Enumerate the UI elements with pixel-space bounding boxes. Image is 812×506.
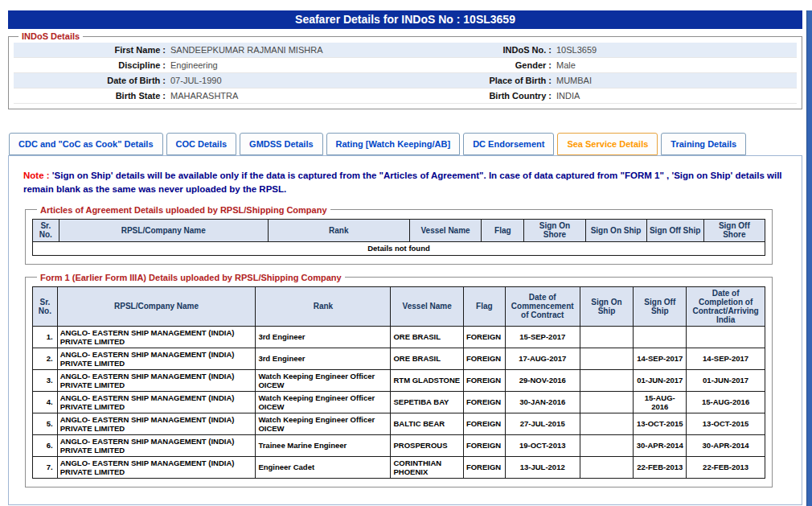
cell-flag: FOREIGN: [463, 456, 505, 478]
form1-col-rank: Rank: [256, 286, 391, 326]
birth-country-label: Birth Country :: [408, 91, 556, 101]
table-row: 6. ANGLO- EASTERN SHIP MANAGEMENT (INDIA…: [33, 434, 765, 456]
cell-sign-off-ship: [634, 326, 687, 348]
cell-sr-no: 2.: [33, 348, 58, 369]
tab-cdc-and-coc-as-cook-details[interactable]: CDC and "CoC as Cook" Details: [9, 133, 163, 155]
cell-rank: 3rd Engineer: [256, 326, 391, 348]
first-name-label: First Name :: [14, 45, 170, 55]
form1-section: Form 1 (Earlier Form IIIA) Details uploa…: [25, 273, 773, 487]
cell-sign-off-ship: 14-SEP-2017: [634, 348, 687, 369]
form1-col-company: RPSL/Company Name: [57, 286, 256, 326]
cell-sign-on-ship: [580, 369, 634, 391]
cell-sign-on-ship: [580, 456, 634, 478]
discipline-label: Discipline :: [14, 60, 170, 70]
info-row-name: First Name : SANDEEPKUMAR RAJMANI MISHRA…: [14, 43, 797, 58]
sea-service-tab-content: Note : 'Sign on Ship' details will be av…: [8, 156, 802, 505]
cell-vessel: ORE BRASIL: [391, 348, 463, 369]
cell-flag: FOREIGN: [463, 413, 505, 434]
indos-no-value: 10SL3659: [556, 45, 797, 55]
cell-commencement-date: 19-OCT-2013: [505, 434, 580, 456]
table-row: 7. ANGLO- EASTERN SHIP MANAGEMENT (INDIA…: [33, 456, 765, 478]
cell-sr-no: 5.: [33, 413, 58, 434]
cell-company: ANGLO- EASTERN SHIP MANAGEMENT (INDIA) P…: [57, 434, 256, 456]
tab-gmdss-details[interactable]: GMDSS Details: [240, 133, 322, 155]
form1-legend: Form 1 (Earlier Form IIIA) Details uploa…: [37, 273, 345, 282]
form1-col-commencement: Date of Commencement of Contract: [505, 286, 580, 326]
cell-completion-date: 30-APR-2014: [687, 434, 765, 456]
tab-coc-details[interactable]: COC Details: [166, 133, 237, 155]
cell-sign-on-ship: [580, 391, 634, 413]
scrollbar[interactable]: [806, 10, 812, 506]
birth-state-label: Birth State :: [14, 91, 170, 101]
articles-col-vessel: Vessel Name: [409, 219, 482, 241]
cell-flag: FOREIGN: [463, 326, 505, 348]
discipline-value: Engineering: [170, 60, 408, 70]
cell-flag: FOREIGN: [463, 391, 505, 413]
form1-col-sr-no: Sr. No.: [33, 286, 58, 326]
articles-col-sign-on-ship: Sign On Ship: [585, 219, 646, 241]
form1-col-sign-off-ship: Sign Off Ship: [634, 286, 687, 326]
cell-commencement-date: 17-AUG-2017: [505, 348, 580, 369]
birth-state-value: MAHARASHTRA: [170, 91, 408, 101]
dob-value: 07-JUL-1990: [170, 76, 408, 85]
page-title: Seafarer Details for INDoS No : 10SL3659: [8, 10, 802, 29]
cell-sign-off-ship: 22-FEB-2013: [634, 456, 687, 478]
first-name-value: SANDEEPKUMAR RAJMANI MISHRA: [170, 45, 408, 55]
info-row-birth: Date of Birth : 07-JUL-1990 Place of Bir…: [14, 73, 797, 88]
articles-legend: Articles of Agreement Details uploaded b…: [37, 205, 330, 215]
cell-completion-date: 15-AUG-2016: [687, 391, 765, 413]
articles-of-agreement-section: Articles of Agreement Details uploaded b…: [25, 205, 773, 265]
dob-label: Date of Birth :: [14, 76, 170, 85]
cell-sr-no: 3.: [33, 369, 58, 391]
seafarer-details-page: Seafarer Details for INDoS No : 10SL3659…: [0, 10, 812, 506]
cell-rank: Watch Keeping Engineer Officer OICEW: [256, 369, 391, 391]
tab-dc-endorsement[interactable]: DC Endorsement: [463, 133, 554, 155]
form1-header-row: Sr. No. RPSL/Company Name Rank Vessel Na…: [33, 286, 765, 326]
cell-company: ANGLO- EASTERN SHIP MANAGEMENT (INDIA) P…: [57, 413, 256, 434]
articles-col-flag: Flag: [482, 219, 524, 241]
cell-completion-date: 14-SEP-2017: [687, 348, 765, 369]
cell-company: ANGLO- EASTERN SHIP MANAGEMENT (INDIA) P…: [57, 391, 256, 413]
cell-commencement-date: 29-NOV-2016: [505, 369, 580, 391]
place-of-birth-label: Place of Birth :: [408, 76, 556, 85]
articles-col-sr-no: Sr. No.: [33, 219, 59, 241]
cell-sign-off-ship: 30-APR-2014: [634, 434, 687, 456]
cell-sign-off-ship: 15-AUG-2016: [634, 391, 687, 413]
cell-vessel: PROSPEROUS: [391, 434, 463, 456]
gender-label: Gender :: [408, 60, 556, 70]
articles-col-company: RPSL/Company Name: [59, 219, 268, 241]
cell-company: ANGLO- EASTERN SHIP MANAGEMENT (INDIA) P…: [57, 348, 256, 369]
cell-completion-date: 13-OCT-2015: [687, 413, 765, 434]
note-body: 'Sign on Ship' details will be available…: [23, 171, 782, 194]
cell-commencement-date: 13-JUL-2012: [505, 456, 580, 478]
cell-rank: 3rd Engineer: [256, 348, 391, 369]
tab-training-details[interactable]: Training Details: [661, 133, 746, 155]
cell-vessel: CORINTHIAN PHOENIX: [391, 456, 463, 478]
info-row-discipline: Discipline : Engineering Gender : Male: [14, 58, 797, 73]
table-row: 5. ANGLO- EASTERN SHIP MANAGEMENT (INDIA…: [33, 413, 765, 434]
tab-sea-service-details[interactable]: Sea Service Details: [557, 133, 658, 155]
articles-col-sign-off-shore: Sign Off Shore: [703, 219, 765, 241]
table-row: 2. ANGLO- EASTERN SHIP MANAGEMENT (INDIA…: [33, 348, 765, 369]
articles-col-rank: Rank: [268, 219, 409, 241]
form1-table: Sr. No. RPSL/Company Name Rank Vessel Na…: [32, 286, 765, 479]
cell-sr-no: 4.: [33, 391, 58, 413]
articles-empty-row: Details not found: [33, 241, 765, 255]
articles-header-row: Sr. No. RPSL/Company Name Rank Vessel Na…: [33, 219, 765, 241]
cell-flag: FOREIGN: [463, 434, 505, 456]
table-row: 3. ANGLO- EASTERN SHIP MANAGEMENT (INDIA…: [33, 369, 765, 391]
cell-rank: Watch Keeping Engineer Officer OICEW: [256, 413, 391, 434]
cell-company: ANGLO- EASTERN SHIP MANAGEMENT (INDIA) P…: [57, 369, 256, 391]
articles-col-sign-off-ship: Sign Off Ship: [646, 219, 703, 241]
cell-commencement-date: 15-SEP-2017: [505, 326, 580, 348]
tab-bar: CDC and "CoC as Cook" Details COC Detail…: [8, 133, 802, 156]
table-row: 1. ANGLO- EASTERN SHIP MANAGEMENT (INDIA…: [33, 326, 765, 348]
cell-sign-off-ship: 13-OCT-2015: [634, 413, 687, 434]
cell-vessel: RTM GLADSTONE: [391, 369, 463, 391]
cell-sr-no: 6.: [33, 434, 58, 456]
cell-completion-date: [687, 326, 765, 348]
indos-details-section: INDoS Details First Name : SANDEEPKUMAR …: [8, 31, 802, 109]
cell-vessel: BALTIC BEAR: [391, 413, 463, 434]
place-of-birth-value: MUMBAI: [556, 76, 797, 85]
tab-rating-watch-keeping-ab[interactable]: Rating [Watch Keeping/AB]: [326, 133, 461, 155]
